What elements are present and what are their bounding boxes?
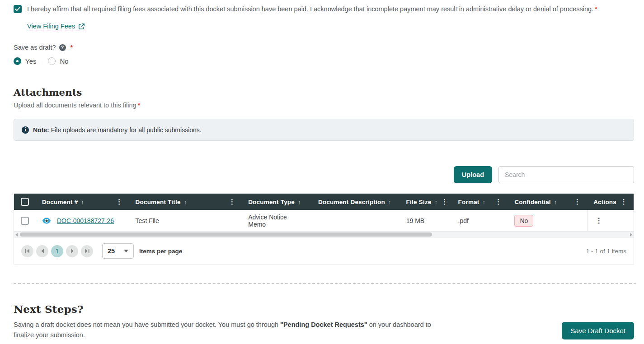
sort-asc-icon[interactable]: ↑ xyxy=(298,199,301,205)
sort-asc-icon[interactable]: ↑ xyxy=(434,199,437,205)
view-filing-fees-link[interactable]: View Filing Fees xyxy=(27,23,85,31)
horizontal-scrollbar[interactable] xyxy=(14,231,634,237)
next-steps-text: Saving a draft docket does not mean you … xyxy=(14,320,436,340)
column-header-confidential: Confidential ↑ ⋮ xyxy=(508,194,587,210)
document-number-link[interactable]: DOC-000188727-26 xyxy=(57,217,114,224)
previous-page-button[interactable] xyxy=(36,245,48,257)
row-checkbox[interactable] xyxy=(21,217,29,225)
radio-option-no[interactable]: No xyxy=(48,57,68,65)
row-file-size-cell: 19 MB xyxy=(400,210,452,231)
last-page-button[interactable] xyxy=(81,245,93,257)
scrollbar-right-arrow-icon[interactable] xyxy=(630,233,632,237)
column-label[interactable]: Document Title xyxy=(136,199,181,205)
radio-yes-selected[interactable] xyxy=(14,57,21,65)
sort-asc-icon[interactable]: ↑ xyxy=(483,199,486,205)
column-menu-icon[interactable]: ⋮ xyxy=(112,198,122,206)
fees-link-row: View Filing Fees xyxy=(27,22,634,31)
radio-no-unselected[interactable] xyxy=(48,57,56,65)
pager-range-label: 1 - 1 of 1 items xyxy=(586,248,626,255)
chevron-down-icon xyxy=(124,250,128,252)
column-menu-icon[interactable]: ⋮ xyxy=(570,198,581,206)
row-document-description-cell xyxy=(312,210,400,231)
note-text: File uploads are mandatory for all publi… xyxy=(51,126,202,134)
info-icon: i xyxy=(22,126,29,134)
attachments-grid: Document # ↑ ⋮ Document Title ↑ ⋮ Docume… xyxy=(14,193,634,265)
select-all-checkbox[interactable] xyxy=(21,198,29,206)
column-header-format: Format ↑ ⋮ xyxy=(452,194,508,210)
column-menu-icon[interactable]: ⋮ xyxy=(491,198,502,206)
column-label[interactable]: Confidential xyxy=(514,199,550,205)
docket-filing-page: I hereby affirm that all required filing… xyxy=(0,0,644,344)
column-label[interactable]: Format xyxy=(458,199,479,205)
column-menu-icon[interactable]: ⋮ xyxy=(225,198,235,206)
fee-affirmation-text: I hereby affirm that all required filing… xyxy=(27,5,597,14)
previous-page-icon xyxy=(41,249,44,253)
column-menu-icon[interactable]: ⋮ xyxy=(617,198,627,206)
column-label[interactable]: Document Type xyxy=(248,199,295,205)
column-header-document-type: Document Type ↑ xyxy=(242,194,312,210)
required-asterisk: * xyxy=(71,44,73,51)
current-page-button[interactable]: 1 xyxy=(51,245,63,257)
external-link-icon xyxy=(78,23,85,30)
attachments-heading: Attachments xyxy=(14,87,634,98)
scrollbar-left-arrow-icon[interactable] xyxy=(15,233,18,237)
row-document-type-cell: Advice Notice Memo xyxy=(242,210,312,231)
row-document-number-cell: DOC-000188727-26 xyxy=(36,210,129,231)
scrollbar-thumb[interactable] xyxy=(20,232,432,237)
next-steps-heading: Next Steps? xyxy=(14,303,634,315)
column-header-actions: Actions ⋮ xyxy=(587,194,634,210)
grid-pager: 1 25 items per page 1 - 1 xyxy=(14,237,634,265)
next-steps-text-before: Saving a draft docket does not mean you … xyxy=(14,321,280,328)
search-input[interactable] xyxy=(498,166,634,183)
save-draft-docket-button[interactable]: Save Draft Docket xyxy=(562,322,634,339)
help-icon[interactable]: ? xyxy=(59,44,66,51)
items-per-page-label: items per page xyxy=(139,248,182,255)
radio-option-yes[interactable]: Yes xyxy=(14,57,36,65)
upload-button[interactable]: Upload xyxy=(454,166,492,183)
required-asterisk: * xyxy=(595,5,597,13)
column-label[interactable]: Document # xyxy=(42,199,78,205)
sort-asc-icon[interactable]: ↑ xyxy=(554,199,557,205)
first-page-icon xyxy=(25,249,30,253)
confidential-badge: No xyxy=(514,215,533,227)
next-page-button[interactable] xyxy=(66,245,78,257)
radio-no-label: No xyxy=(60,57,68,65)
page-size-dropdown[interactable]: 25 xyxy=(102,243,134,259)
save-as-draft-radio-group: Yes No xyxy=(14,57,634,65)
column-label[interactable]: Document Description xyxy=(318,199,385,205)
header-select-cell xyxy=(14,194,36,210)
column-header-document-number: Document # ↑ ⋮ xyxy=(36,194,129,210)
sort-asc-icon[interactable]: ↑ xyxy=(184,199,187,205)
note-label: Note: xyxy=(33,126,49,134)
column-header-file-size: File Size ↑ ⋮ xyxy=(400,194,452,210)
next-page-icon xyxy=(71,249,74,253)
save-as-draft-label-row: Save as draft? ? * xyxy=(14,44,634,51)
fee-affirmation-row: I hereby affirm that all required filing… xyxy=(14,5,634,14)
column-label[interactable]: File Size xyxy=(406,199,432,205)
radio-yes-label: Yes xyxy=(25,57,36,65)
column-menu-icon[interactable]: ⋮ xyxy=(437,198,448,206)
row-actions-cell: ⋮ xyxy=(587,210,634,231)
view-document-eye-icon[interactable] xyxy=(42,217,51,224)
sort-asc-icon[interactable]: ↑ xyxy=(388,199,391,205)
sort-asc-icon[interactable]: ↑ xyxy=(81,199,84,205)
next-steps-text-bold: "Pending Docket Requests" xyxy=(280,321,367,328)
column-label: Actions xyxy=(593,199,616,205)
attachments-subtitle: Upload all documents relevant to this fi… xyxy=(14,102,634,109)
row-select-cell xyxy=(14,210,36,231)
grid-header-row: Document # ↑ ⋮ Document Title ↑ ⋮ Docume… xyxy=(14,194,634,210)
fee-affirmation-checkbox[interactable] xyxy=(14,5,22,13)
row-document-title-cell: Test File xyxy=(129,210,242,231)
table-row: DOC-000188727-26 Test File Advice Notice… xyxy=(14,210,634,231)
note-banner: i Note: File uploads are mandatory for a… xyxy=(14,119,634,141)
first-page-button[interactable] xyxy=(21,245,33,257)
required-asterisk: * xyxy=(138,102,141,109)
save-as-draft-label: Save as draft? xyxy=(14,44,56,51)
row-confidential-cell: No xyxy=(508,210,587,231)
dashed-divider xyxy=(14,283,636,284)
column-header-document-title: Document Title ↑ ⋮ xyxy=(129,194,242,210)
bottom-row: Saving a draft docket does not mean you … xyxy=(14,320,634,340)
grid-toolbar: Upload xyxy=(14,166,634,183)
row-actions-menu-icon[interactable]: ⋮ xyxy=(595,216,602,225)
row-format-cell: .pdf xyxy=(452,210,508,231)
